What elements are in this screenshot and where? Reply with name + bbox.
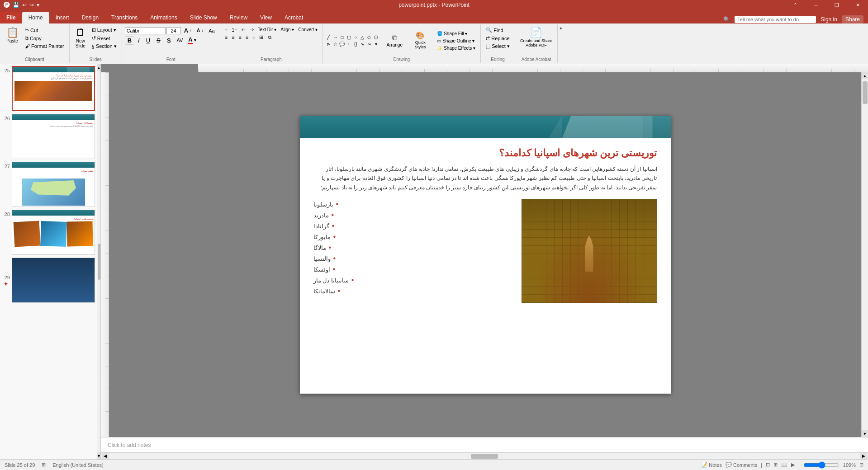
find-button[interactable]: 🔍 Find xyxy=(484,26,512,34)
ribbon-collapse-button[interactable]: ⌃ xyxy=(785,0,806,10)
canvas-vertical-scrollbar[interactable]: ▲ ▼ xyxy=(861,72,868,437)
italic-button[interactable]: I xyxy=(135,36,142,45)
slide-thumb-25[interactable]: 25 توریستی ترین شهرهای اسپانیا کدامند؟ ا… xyxy=(2,66,95,111)
shape-fill-button[interactable]: 🪣 Shape Fill ▾ xyxy=(435,30,478,37)
tab-animations[interactable]: Animations xyxy=(144,12,183,24)
shadow-button[interactable]: S xyxy=(164,36,174,45)
shape-star[interactable]: ☆ xyxy=(332,41,338,47)
save-button[interactable]: 💾 xyxy=(13,2,19,8)
scroll-up-button[interactable]: ▲ xyxy=(862,72,868,79)
line-spacing-button[interactable]: ↕ xyxy=(251,34,257,41)
center-button[interactable]: ≡ xyxy=(230,34,236,41)
columns-button[interactable]: ⊞ xyxy=(257,34,265,41)
panel-scroll-down[interactable]: ▼ xyxy=(97,452,100,459)
shape-diamond[interactable]: ◇ xyxy=(366,34,372,41)
numbering-button[interactable]: 1≡ xyxy=(230,27,239,33)
font-name-input[interactable] xyxy=(125,27,166,34)
select-button[interactable]: ⬚ Select ▾ xyxy=(484,42,512,50)
customize-quick-access-button[interactable]: ▾ xyxy=(37,2,39,8)
shape-line[interactable]: ╱ xyxy=(325,34,332,41)
paragraph-expand[interactable]: ⧉ xyxy=(267,34,272,41)
clear-format-button[interactable]: Aa xyxy=(206,27,217,34)
scroll-right-button[interactable]: ▶ xyxy=(860,453,867,459)
panel-resize-handle[interactable]: ▲ ▼ xyxy=(97,64,101,459)
shape-chevron[interactable]: ⊳ xyxy=(325,41,332,47)
reading-view-button[interactable]: 📖 xyxy=(781,462,787,468)
shape-freeform[interactable]: ∾ xyxy=(366,41,372,47)
shape-curve[interactable]: ∿ xyxy=(359,41,365,47)
replace-button[interactable]: ⇄ Replace xyxy=(484,34,512,42)
scrollbar-thumb[interactable] xyxy=(863,81,868,104)
ribbon-collapse-arrow[interactable]: ▲ xyxy=(558,24,564,63)
quick-styles-button[interactable]: 🎨 QuickStyles xyxy=(407,31,434,51)
shape-rounded-rect[interactable]: ▢ xyxy=(346,34,352,41)
slide-canvas[interactable]: توریستی ترین شهرهای اسپانیا کدامند؟ اسپا… xyxy=(300,116,671,394)
tab-view[interactable]: View xyxy=(254,12,278,24)
reset-button[interactable]: ↺ Reset xyxy=(90,34,119,42)
scroll-down-button[interactable]: ▼ xyxy=(862,430,868,437)
horizontal-scrollbar[interactable]: ◀ ▶ xyxy=(101,452,868,459)
panel-scrollbar-thumb[interactable] xyxy=(98,244,100,280)
font-size-input[interactable] xyxy=(166,27,181,34)
shape-oval[interactable]: ○ xyxy=(352,34,359,41)
tab-slideshow[interactable]: Slide Show xyxy=(184,12,223,24)
undo-button[interactable]: ↩ xyxy=(22,2,27,8)
shape-callout[interactable]: 💬 xyxy=(339,41,345,47)
shape-pentagon[interactable]: ⬠ xyxy=(373,34,379,41)
shape-outline-button[interactable]: ▭ Shape Outline ▾ xyxy=(435,38,478,44)
char-spacing-button[interactable]: AV xyxy=(174,37,185,43)
shape-bracket[interactable]: {} xyxy=(352,41,359,47)
strikethrough-button[interactable]: S xyxy=(154,36,163,45)
decrease-font-button[interactable]: A↓ xyxy=(194,27,205,34)
fit-slide-button[interactable]: ⊡ xyxy=(859,462,863,468)
tab-transitions[interactable]: Transitions xyxy=(105,12,144,24)
align-left-button[interactable]: ≡ xyxy=(223,34,229,41)
cut-button[interactable]: ✂ Cut xyxy=(23,26,66,34)
create-share-pdf-button[interactable]: 📄 Create and ShareAdobe PDF xyxy=(518,26,555,49)
shape-more[interactable]: ▾ xyxy=(373,41,379,47)
format-painter-button[interactable]: 🖌 Format Painter xyxy=(23,42,66,50)
layout-button[interactable]: ⊞ Layout ▾ xyxy=(90,26,119,34)
shape-arrow[interactable]: → xyxy=(332,34,338,41)
tab-file[interactable]: File xyxy=(0,12,22,24)
smartart-button[interactable]: Convert ▾ xyxy=(296,27,319,33)
tab-review[interactable]: Review xyxy=(223,12,254,24)
slide-city-image-container[interactable] xyxy=(522,199,657,303)
increase-font-button[interactable]: A↑ xyxy=(182,26,194,35)
slide-thumb-26[interactable]: 26 همسایگان اسپانیا کشور اروپایی اسپانیا… xyxy=(2,114,95,159)
tell-me-search[interactable] xyxy=(735,16,816,23)
copy-button[interactable]: ⧉ Copy xyxy=(23,34,66,42)
shape-effects-button[interactable]: ✨ Shape Effects ▾ xyxy=(435,45,478,52)
zoom-slider[interactable] xyxy=(803,462,840,468)
bold-button[interactable]: B xyxy=(125,36,134,45)
share-button[interactable]: Share xyxy=(842,15,863,24)
restore-button[interactable]: ❐ xyxy=(826,0,847,10)
tab-acrobat[interactable]: Acrobat xyxy=(278,12,309,24)
section-button[interactable]: § Section ▾ xyxy=(90,42,119,50)
shape-plus[interactable]: + xyxy=(346,41,352,47)
horizontal-scrollbar-thumb[interactable] xyxy=(471,454,498,459)
tab-design[interactable]: Design xyxy=(76,12,105,24)
close-button[interactable]: ✕ xyxy=(847,0,868,10)
tab-home[interactable]: Home xyxy=(22,12,49,24)
shape-tri[interactable]: △ xyxy=(359,34,365,41)
align-text-button[interactable]: Align ▾ xyxy=(279,27,296,33)
slide-thumb-29[interactable]: 29 ✦ xyxy=(2,258,95,303)
tab-insert[interactable]: Insert xyxy=(49,12,76,24)
slide-sorter-button[interactable]: ⊞ xyxy=(773,462,778,468)
justify-button[interactable]: ≡ xyxy=(244,34,250,41)
paste-button[interactable]: 📋 Paste xyxy=(3,26,22,45)
sign-in-button[interactable]: Sign in xyxy=(821,16,837,23)
slide-thumb-28[interactable]: 28 تصاویر کشور اسپانیا xyxy=(2,210,95,255)
text-direction-button[interactable]: Text Dir ▾ xyxy=(256,27,279,33)
notes-button[interactable]: 📝 Notes xyxy=(701,462,722,468)
panel-scroll-up[interactable]: ▲ xyxy=(97,64,100,71)
increase-indent-button[interactable]: ⇒ xyxy=(248,26,256,33)
normal-view-button[interactable]: ⊡ xyxy=(766,462,770,468)
notes-area[interactable]: Click to add notes xyxy=(101,437,868,452)
redo-button[interactable]: ↪ xyxy=(29,2,34,8)
comments-button[interactable]: 💬 Comments xyxy=(726,462,757,468)
align-right-button[interactable]: ≡ xyxy=(237,34,243,41)
canvas-scroll[interactable]: توریستی ترین شهرهای اسپانیا کدامند؟ اسپا… xyxy=(109,72,861,437)
underline-button[interactable]: U xyxy=(143,36,153,45)
